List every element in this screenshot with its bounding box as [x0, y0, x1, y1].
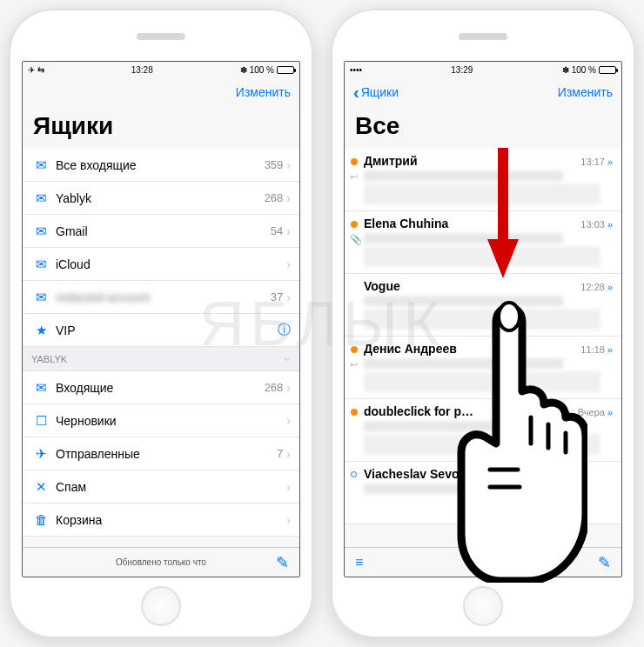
filter-button[interactable]: ≡ — [355, 555, 363, 570]
unread-dot-icon — [351, 409, 358, 416]
message-sender: Vogue — [364, 279, 400, 293]
status-time: 13:29 — [451, 65, 473, 75]
nav-bar: ‹ Ящики Изменить — [345, 77, 621, 107]
status-left: ✈ ⇆ — [28, 65, 44, 75]
back-button[interactable]: ‹ Ящики — [353, 83, 399, 103]
page-title: Все — [345, 107, 621, 149]
double-chevron-icon: » — [607, 157, 613, 167]
inbox-icon: ✉ — [31, 257, 50, 272]
send-icon: ✈ — [31, 446, 50, 462]
section-header-yablyk[interactable]: YABLYK › — [23, 347, 299, 371]
message-time: 11:18 » — [580, 344, 613, 355]
mailbox-inbox[interactable]: ✉ Входящие 268 › — [23, 371, 299, 404]
home-button[interactable] — [463, 586, 503, 626]
toolbar: ≡ Об… ✎ — [345, 547, 621, 577]
message-row[interactable]: 📎 Elena Chuhina 13:03 » — [345, 211, 621, 274]
unread-dot-icon — [351, 221, 358, 228]
mailbox-vip[interactable]: ★ VIP ⓘ — [23, 314, 299, 347]
screen-all-mail: •••• 13:29 ✽ 100 % ‹ Ящики Изменить Все … — [344, 61, 622, 577]
message-row[interactable]: doubleclick for p… Вчера » — [345, 399, 621, 462]
attachment-icon: 📎 — [350, 234, 362, 245]
status-right: ✽ 100 % — [562, 65, 616, 75]
chevron-left-icon: ‹ — [353, 83, 359, 103]
mailbox-spam[interactable]: ✕ Спам › — [23, 470, 299, 504]
message-row[interactable]: Viacheslav Sevos… — [345, 462, 621, 524]
compose-button[interactable]: ✎ — [276, 553, 289, 572]
status-bar: •••• 13:29 ✽ 100 % — [345, 62, 621, 77]
nav-bar: Изменить — [23, 77, 299, 107]
message-row[interactable]: ↩ Денис Андреев 11:18 » — [345, 337, 621, 399]
message-sender: Дмитрий — [364, 154, 418, 168]
unread-dot-icon — [351, 346, 358, 353]
doc-icon: ☐ — [31, 413, 50, 429]
status-left: •••• — [350, 65, 362, 75]
message-row[interactable]: Vogue 12:28 » — [345, 274, 621, 337]
mailbox-gmail[interactable]: ✉ Gmail 54 › — [23, 215, 299, 248]
mailbox-all-inboxes[interactable]: ✉ Все входящие 359 › — [23, 149, 299, 182]
chevron-right-icon: › — [286, 158, 291, 172]
speaker — [137, 33, 185, 40]
battery-icon — [277, 66, 294, 74]
battery-icon — [599, 66, 616, 74]
message-time: Вчера » — [578, 407, 613, 417]
message-sender: Viacheslav Sevos… — [364, 467, 478, 481]
mailbox-label: Все входящие — [50, 158, 265, 172]
phone-left: ✈ ⇆ 13:28 ✽ 100 % Изменить Ящики ✉ Все в… — [9, 9, 313, 638]
status-right: ✽ 100 % — [240, 65, 294, 75]
message-sender: Денис Андреев — [364, 342, 457, 356]
message-time: 12:28 » — [580, 282, 613, 292]
replied-icon: ↩ — [350, 171, 358, 183]
toolbar-status: Об… — [473, 557, 493, 567]
mailbox-count: 359 — [265, 158, 287, 171]
message-time: 13:17 » — [580, 157, 613, 167]
inbox-icon: ✉ — [31, 290, 50, 305]
message-preview — [364, 183, 600, 204]
inbox-icon: ✉ — [31, 190, 50, 206]
unread-dot-icon — [351, 158, 358, 165]
mailbox-sent[interactable]: ✈ Отправленные 7 › — [23, 437, 299, 470]
edit-button[interactable]: Изменить — [558, 85, 613, 99]
screen-mailboxes: ✈ ⇆ 13:28 ✽ 100 % Изменить Ящики ✉ Все в… — [22, 61, 300, 577]
mailbox-trash[interactable]: 🗑 Корзина › — [23, 504, 299, 537]
inbox-icon: ✉ — [31, 157, 50, 173]
message-time: 13:03 » — [580, 219, 613, 230]
spam-icon: ✕ — [31, 479, 50, 495]
mailbox-icloud[interactable]: ✉ iCloud › — [23, 248, 299, 281]
edit-button[interactable]: Изменить — [236, 85, 291, 99]
mailbox-redacted[interactable]: ✉ redacted-account 37 › — [23, 281, 299, 314]
toolbar: Обновлено только что ✎ — [23, 547, 299, 577]
chevron-down-icon: › — [282, 357, 296, 361]
mailbox-yablyk[interactable]: ✉ Yablyk 268 › — [23, 182, 299, 215]
replied-icon: ↩ — [350, 359, 358, 370]
inbox-icon: ✉ — [31, 380, 50, 396]
mailbox-drafts[interactable]: ☐ Черновики › — [23, 404, 299, 437]
speaker — [459, 33, 507, 40]
page-title: Ящики — [23, 107, 299, 149]
message-sender: doubleclick for p… — [364, 404, 473, 418]
message-sender: Elena Chuhina — [364, 217, 448, 230]
read-ring-icon — [351, 471, 357, 477]
inbox-icon: ✉ — [31, 223, 50, 239]
message-list[interactable]: ↩ Дмитрий 13:17 » 📎 Elena Chuhina 13:03 … — [345, 149, 621, 547]
status-bar: ✈ ⇆ 13:28 ✽ 100 % — [23, 62, 299, 77]
phone-right: •••• 13:29 ✽ 100 % ‹ Ящики Изменить Все … — [331, 9, 635, 638]
home-button[interactable] — [141, 586, 181, 626]
compose-button[interactable]: ✎ — [598, 553, 611, 572]
toolbar-status: Обновлено только что — [116, 557, 206, 567]
star-icon: ★ — [31, 323, 50, 338]
message-subject — [364, 170, 563, 181]
trash-icon: 🗑 — [31, 512, 50, 527]
status-time: 13:28 — [131, 65, 153, 75]
info-icon[interactable]: ⓘ — [278, 322, 291, 338]
message-row[interactable]: ↩ Дмитрий 13:17 » — [345, 149, 621, 211]
mailbox-list[interactable]: ✉ Все входящие 359 › ✉ Yablyk 268 › ✉ Gm… — [23, 149, 299, 547]
